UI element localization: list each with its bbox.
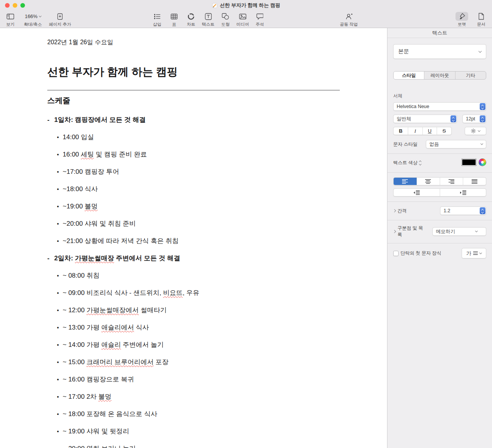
- chevron-down-icon: [479, 251, 482, 254]
- traffic-lights: [5, 3, 25, 8]
- table-button[interactable]: 표: [168, 12, 180, 27]
- document-list: -1일차: 캠핑장에서 모든 것 해결•14:00 입실•16:00 세팅 및 …: [47, 116, 340, 448]
- list-item-text: ~ 17:00 2차 불멍: [63, 393, 111, 401]
- list-item: •~ 20:00 영화 보거나 놀기: [57, 445, 340, 448]
- media-button[interactable]: 미디어: [236, 12, 249, 27]
- horizontal-rule: [47, 90, 340, 90]
- font-family-dropdown[interactable]: Helvetica Neue: [393, 102, 486, 111]
- comment-button[interactable]: 주석: [254, 12, 266, 27]
- shape-button[interactable]: 도형: [219, 12, 232, 27]
- misspelled-word: 애슐리: [101, 341, 121, 348]
- bullet-marker: •: [57, 168, 63, 176]
- font-family-value: Helvetica Neue: [397, 104, 429, 109]
- collaborate-button[interactable]: 공동 작업: [340, 12, 358, 27]
- text-color-label: 텍스트 색상: [393, 160, 421, 166]
- bullet-marker: •: [57, 445, 63, 448]
- bullet-marker: •: [57, 150, 63, 158]
- stepper-icon: [480, 207, 485, 214]
- divider: [387, 220, 492, 220]
- tab-more[interactable]: 기타: [455, 72, 486, 79]
- disclosure-chevron-icon[interactable]: [393, 209, 396, 212]
- align-left-button[interactable]: [394, 178, 417, 185]
- bold-button[interactable]: B: [394, 127, 408, 135]
- char-style-label: 문자 스타일: [393, 141, 417, 148]
- chart-button[interactable]: 차트: [185, 12, 197, 27]
- bullet-marker: •: [57, 375, 63, 383]
- list-item: •~ 16:00 캠핑장으로 복귀: [57, 375, 340, 383]
- spacing-stepper[interactable]: 1.2: [440, 207, 486, 215]
- list-item: •~21:00 상황에 따라 저녁 간식 혹은 취침: [57, 237, 340, 245]
- list-item-text: 14:00 입실: [63, 133, 94, 141]
- bullet-marker: •: [57, 393, 63, 401]
- document-canvas[interactable]: 2022년 1월 26일 수요일 선한 부자가 함께 하는 캠핑 스케줄 -1일…: [0, 28, 387, 448]
- zoom-value[interactable]: 166%: [25, 12, 41, 21]
- bullet-marker: •: [57, 341, 63, 349]
- list-item: •~20:00 샤워 및 취침 준비: [57, 220, 340, 228]
- stepper-icon: [480, 103, 485, 110]
- divider: [387, 153, 492, 154]
- format-tabs: 스타일 레이아웃 기타: [393, 71, 486, 80]
- color-wheel-icon[interactable]: [479, 158, 486, 166]
- font-style-dropdown[interactable]: 일반체: [393, 115, 457, 123]
- list-item: •~ 14:00 가평 애슐리 주변에서 놀기: [57, 341, 340, 349]
- bullet-marker: •: [57, 410, 63, 418]
- italic-button[interactable]: I: [408, 127, 423, 135]
- char-style-dropdown[interactable]: 없음: [426, 140, 486, 148]
- zoom-control[interactable]: 166% 확대/축소: [24, 12, 42, 27]
- chevron-down-icon: [475, 230, 478, 232]
- misspelled-word: 애슐리에서: [101, 324, 134, 331]
- align-justify-button[interactable]: [463, 178, 486, 185]
- dropcap-style-dropdown[interactable]: 가: [462, 248, 486, 258]
- align-center-button[interactable]: [417, 178, 440, 185]
- outdent-button[interactable]: [394, 189, 440, 196]
- document-title: 선한 부자가 함께 하는 캠핑: [47, 65, 340, 78]
- advanced-options-button[interactable]: [465, 127, 486, 135]
- list-item-text: ~ 20:00 영화 보거나 놀기: [63, 445, 136, 448]
- indent-button[interactable]: [440, 189, 486, 196]
- format-button[interactable]: 포맷: [455, 12, 468, 27]
- list-item-text: ~ 15:00 크래머리 브루어리에서 포장: [63, 358, 168, 366]
- bullets-dropdown[interactable]: 메모하기: [432, 227, 486, 236]
- fullscreen-button[interactable]: [20, 3, 25, 8]
- document-date: 2022년 1월 26일 수요일: [47, 38, 340, 47]
- close-button[interactable]: [5, 3, 10, 8]
- text-box-button[interactable]: 텍스트: [202, 12, 214, 27]
- add-page-button[interactable]: 페이지 추가: [49, 12, 71, 27]
- font-size-value: 12pt: [466, 116, 475, 122]
- strikethrough-button[interactable]: S: [437, 127, 451, 135]
- list-item-text: ~ 12:00 가평눈썰매장에서 썰매타기: [63, 306, 167, 314]
- align-right-button[interactable]: [440, 178, 463, 185]
- view-sidebar-icon: [4, 12, 17, 21]
- document-button[interactable]: 문서: [475, 12, 487, 27]
- font-size-stepper[interactable]: 12pt: [462, 115, 486, 123]
- list-item-text: ~ 09:00 비조리식 식사 - 샌드위치, 비요뜨, 우유: [63, 289, 199, 297]
- list-item: •~17:00 캠핑장 투어: [57, 168, 340, 176]
- format-sidebar: 텍스트 본문 스타일 레이아웃 기타 서체 Helvetica Neue 일반체: [387, 28, 492, 448]
- misspelled-word: 세팅: [81, 151, 94, 158]
- list-item: •~19:00 불멍: [57, 202, 340, 210]
- bullet-marker: •: [57, 323, 63, 331]
- dropcap-checkbox[interactable]: [393, 251, 399, 256]
- document-icon: [475, 12, 487, 21]
- misspelled-word: 가평눈썰매장: [75, 255, 114, 262]
- shape-icon: [219, 12, 232, 21]
- dash-marker: -: [47, 254, 54, 262]
- bullet-marker: •: [57, 237, 63, 245]
- underline-button[interactable]: U: [423, 127, 437, 135]
- bullets-value: 메모하기: [436, 228, 455, 235]
- list-item: -2일차: 가평눈썰매장 주변에서 모든 것 해결: [47, 254, 340, 262]
- list-item-text: ~ 16:00 캠핑장으로 복귀: [63, 375, 134, 383]
- chevron-down-icon: [39, 14, 42, 17]
- tab-layout[interactable]: 레이아웃: [424, 72, 455, 79]
- tab-style[interactable]: 스타일: [394, 72, 424, 79]
- misspelled-word: 불멍: [98, 393, 111, 400]
- text-color-swatch[interactable]: [461, 158, 477, 166]
- stepper-icon: [450, 115, 456, 122]
- paragraph-style-dropdown[interactable]: 본문: [393, 44, 486, 59]
- minimize-button[interactable]: [13, 3, 17, 8]
- view-button[interactable]: 보기: [4, 12, 17, 27]
- insert-button[interactable]: 삽입: [151, 12, 163, 27]
- list-item-text: ~19:00 불멍: [63, 202, 98, 210]
- disclosure-chevron-icon[interactable]: [393, 230, 396, 233]
- table-icon: [168, 12, 180, 21]
